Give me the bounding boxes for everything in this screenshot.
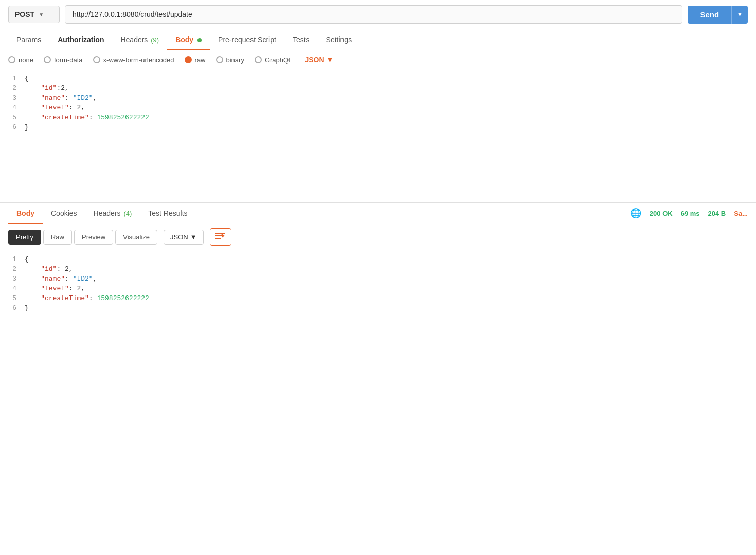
status-ok: 200 OK xyxy=(650,210,673,217)
tab-settings[interactable]: Settings xyxy=(318,29,361,50)
body-type-raw[interactable]: raw xyxy=(185,56,206,64)
tab-params[interactable]: Params xyxy=(8,29,49,50)
resp-tab-body[interactable]: Body xyxy=(8,203,43,224)
resp-linenum-4: 4 xyxy=(0,285,25,292)
method-label: POST xyxy=(15,10,34,18)
resp-content-6: } xyxy=(25,304,756,312)
req-line-1: 1 { xyxy=(0,73,756,83)
req-content-6: } xyxy=(25,123,756,131)
status-save[interactable]: Sa... xyxy=(734,210,748,217)
radio-urlencoded xyxy=(93,56,100,63)
req-linenum-6: 6 xyxy=(0,123,25,131)
resp-tab-cookies[interactable]: Cookies xyxy=(43,203,85,224)
req-linenum-1: 1 xyxy=(0,75,25,82)
resp-linenum-1: 1 xyxy=(0,255,25,263)
req-linenum-5: 5 xyxy=(0,114,25,121)
req-line-2: 2 "id":2, xyxy=(0,83,756,93)
req-linenum-2: 2 xyxy=(0,84,25,92)
response-tabs-bar: Body Cookies Headers (4) Test Results 🌐 … xyxy=(0,203,756,224)
label-form-data: form-data xyxy=(54,56,83,64)
resp-content-4: "level": 2, xyxy=(25,285,756,292)
globe-icon: 🌐 xyxy=(630,208,641,219)
radio-form-data xyxy=(44,56,51,63)
tab-authorization[interactable]: Authorization xyxy=(49,29,112,50)
request-tabs: Params Authorization Headers (9) Body Pr… xyxy=(0,29,756,50)
resp-line-6: 6 } xyxy=(0,303,756,313)
resp-tab-headers[interactable]: Headers (4) xyxy=(85,203,140,224)
resp-line-2: 2 "id": 2, xyxy=(0,264,756,274)
resp-content-5: "createTime": 1598252622222 xyxy=(25,294,756,302)
fmt-raw-button[interactable]: Raw xyxy=(43,230,72,245)
radio-graphql xyxy=(255,56,262,63)
req-linenum-4: 4 xyxy=(0,104,25,112)
status-size: 204 B xyxy=(708,210,726,217)
body-type-bar: none form-data x-www-form-urlencoded raw… xyxy=(0,50,756,69)
resp-content-2: "id": 2, xyxy=(25,265,756,273)
body-active-dot xyxy=(197,38,202,42)
req-content-1: { xyxy=(25,75,756,82)
req-content-3: "name": "ID2", xyxy=(25,94,756,102)
req-content-4: "level": 2, xyxy=(25,104,756,112)
body-type-form-data[interactable]: form-data xyxy=(44,56,83,64)
body-type-urlencoded[interactable]: x-www-form-urlencoded xyxy=(93,56,174,64)
method-chevron-icon: ▼ xyxy=(39,12,44,17)
headers-badge: (9) xyxy=(151,36,159,44)
response-section: Body Cookies Headers (4) Test Results 🌐 … xyxy=(0,203,756,353)
tab-headers[interactable]: Headers (9) xyxy=(112,29,167,50)
resp-line-3: 3 "name": "ID2", xyxy=(0,274,756,284)
radio-none xyxy=(8,56,15,63)
request-body-editor[interactable]: 1 { 2 "id":2, 3 "name": "ID2", 4 "level"… xyxy=(0,69,756,203)
resp-linenum-3: 3 xyxy=(0,275,25,283)
resp-content-3: "name": "ID2", xyxy=(25,275,756,283)
resp-content-1: { xyxy=(25,255,756,263)
resp-tab-test-results[interactable]: Test Results xyxy=(140,203,195,224)
tab-body[interactable]: Body xyxy=(167,29,210,50)
radio-raw xyxy=(185,56,192,63)
wrap-button[interactable] xyxy=(210,228,231,246)
response-type-label: JSON xyxy=(170,233,188,241)
response-body-editor: 1 { 2 "id": 2, 3 "name": "ID2", 4 "level… xyxy=(0,250,756,353)
send-button[interactable]: Send xyxy=(688,6,731,24)
resp-line-5: 5 "createTime": 1598252622222 xyxy=(0,293,756,303)
req-content-5: "createTime": 1598252622222 xyxy=(25,114,756,121)
fmt-visualize-button[interactable]: Visualize xyxy=(115,230,157,245)
response-status-area: 🌐 200 OK 69 ms 204 B Sa... xyxy=(630,208,748,219)
json-type-label: JSON xyxy=(304,55,324,64)
label-raw: raw xyxy=(195,56,206,64)
resp-linenum-6: 6 xyxy=(0,304,25,312)
json-type-chevron-icon: ▼ xyxy=(327,55,334,64)
req-line-3: 3 "name": "ID2", xyxy=(0,93,756,103)
label-binary: binary xyxy=(226,56,244,64)
req-content-2: "id":2, xyxy=(25,84,756,92)
status-time: 69 ms xyxy=(681,210,700,217)
fmt-pretty-button[interactable]: Pretty xyxy=(8,230,41,245)
tab-tests[interactable]: Tests xyxy=(284,29,318,50)
response-type-select[interactable]: JSON ▼ xyxy=(164,230,204,245)
resp-linenum-2: 2 xyxy=(0,265,25,273)
radio-binary xyxy=(216,56,223,63)
method-select[interactable]: POST ▼ xyxy=(8,6,60,23)
label-none: none xyxy=(19,56,33,64)
label-urlencoded: x-www-form-urlencoded xyxy=(103,56,174,64)
top-bar: POST ▼ Send ▼ xyxy=(0,0,756,29)
body-type-graphql[interactable]: GraphQL xyxy=(255,56,292,64)
resp-headers-badge: (4) xyxy=(123,210,132,217)
body-type-none[interactable]: none xyxy=(8,56,33,64)
req-line-4: 4 "level": 2, xyxy=(0,103,756,113)
tab-prerequest[interactable]: Pre-request Script xyxy=(210,29,284,50)
body-type-binary[interactable]: binary xyxy=(216,56,244,64)
response-type-chevron-icon: ▼ xyxy=(190,233,197,241)
response-format-bar: Pretty Raw Preview Visualize JSON ▼ xyxy=(0,224,756,250)
req-linenum-3: 3 xyxy=(0,94,25,102)
json-type-select[interactable]: JSON ▼ xyxy=(304,55,333,64)
req-line-5: 5 "createTime": 1598252622222 xyxy=(0,113,756,122)
resp-linenum-5: 5 xyxy=(0,294,25,302)
send-dropdown-button[interactable]: ▼ xyxy=(731,6,748,24)
resp-line-4: 4 "level": 2, xyxy=(0,284,756,293)
label-graphql: GraphQL xyxy=(265,56,292,64)
send-group: Send ▼ xyxy=(688,6,748,24)
resp-line-1: 1 { xyxy=(0,254,756,264)
fmt-preview-button[interactable]: Preview xyxy=(74,230,113,245)
url-input[interactable] xyxy=(65,5,682,24)
req-line-6: 6 } xyxy=(0,122,756,132)
